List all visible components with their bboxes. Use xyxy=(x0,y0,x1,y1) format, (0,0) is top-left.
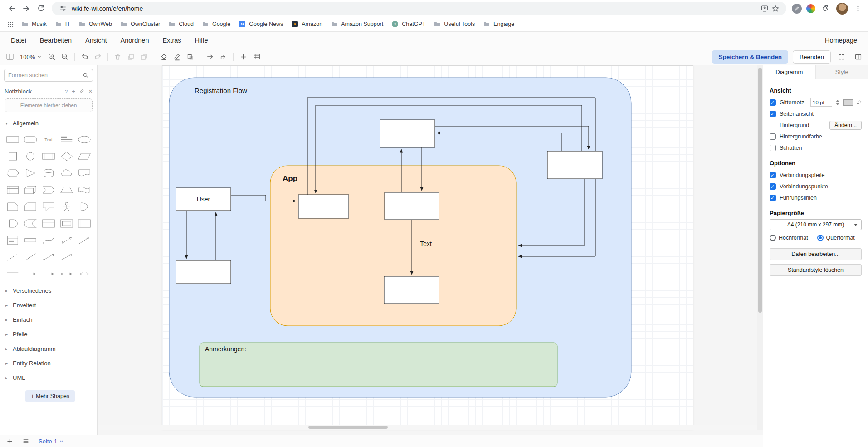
horizontal-scroll-thumb[interactable] xyxy=(308,426,388,429)
bookmark-item[interactable]: OwnCluster xyxy=(116,19,164,29)
bookmark-item[interactable]: Engaige xyxy=(479,19,518,29)
document-shape[interactable] xyxy=(75,165,93,182)
diagram-node-node-2[interactable] xyxy=(176,260,231,284)
connector-shape[interactable] xyxy=(75,265,93,282)
section-uml[interactable]: ▸UML xyxy=(0,370,97,385)
process-shape[interactable] xyxy=(39,148,58,165)
bidirectional-connector-shape[interactable] xyxy=(39,249,58,265)
format-panel-icon[interactable] xyxy=(852,51,864,63)
section-ablaufdiagramm[interactable]: ▸Ablaufdiagramm xyxy=(0,341,97,356)
cube-shape[interactable] xyxy=(22,182,40,198)
link-shape[interactable] xyxy=(4,265,22,282)
frame-shape[interactable] xyxy=(58,215,76,232)
address-bar[interactable]: wiki.fe-wi.com/e/en/home xyxy=(52,2,786,15)
search-icon[interactable] xyxy=(83,72,89,79)
homepage-link[interactable]: Homepage xyxy=(825,37,857,44)
bookmark-item[interactable]: OwnWeb xyxy=(74,19,116,29)
note-shape[interactable] xyxy=(4,198,22,215)
delete-icon[interactable] xyxy=(112,51,124,63)
text-shape[interactable]: Text xyxy=(39,131,58,148)
landscape-radio[interactable] xyxy=(817,235,824,241)
pages-list-icon[interactable] xyxy=(22,437,29,445)
more-shapes-button[interactable]: + Mehr Shapes xyxy=(25,390,75,402)
diamond-shape[interactable] xyxy=(58,148,76,165)
section-entity-relation[interactable]: ▸Entity Relation xyxy=(0,356,97,370)
reload-icon[interactable] xyxy=(34,1,48,16)
forward-icon[interactable] xyxy=(19,1,34,16)
background-color-checkbox[interactable] xyxy=(770,133,776,140)
tape-shape[interactable] xyxy=(75,182,93,198)
zoom-in-icon[interactable] xyxy=(45,51,58,63)
fill-color-icon[interactable] xyxy=(158,51,170,63)
back-icon[interactable] xyxy=(5,1,19,16)
container-shape[interactable] xyxy=(39,215,58,232)
menu-anordnen[interactable]: Anordnen xyxy=(121,37,149,44)
add-page-icon[interactable] xyxy=(6,438,13,445)
tab-diagramm[interactable]: Diagramm xyxy=(763,65,816,79)
zoom-dropdown[interactable]: 100% xyxy=(17,52,44,62)
page-view-checkbox[interactable] xyxy=(770,111,776,117)
ellipse-shape[interactable] xyxy=(75,131,93,148)
dashed-line-shape[interactable] xyxy=(4,249,22,265)
list-shape[interactable] xyxy=(4,232,22,249)
add-icon[interactable]: + xyxy=(72,88,75,95)
dashed-edge-shape[interactable] xyxy=(22,265,40,282)
edge-shape[interactable] xyxy=(39,265,58,282)
edit-data-button[interactable]: Daten bearbeiten... xyxy=(770,248,862,260)
menu-hilfe[interactable]: Hilfe xyxy=(195,37,208,44)
bring-to-front-icon[interactable] xyxy=(125,51,137,63)
waypoint-icon[interactable] xyxy=(217,51,229,63)
grid-size-stepper[interactable] xyxy=(836,100,839,105)
bookmark-item[interactable]: ✳ChatGPT xyxy=(387,19,429,29)
triangle-shape[interactable] xyxy=(22,165,40,182)
connection-points-checkbox[interactable] xyxy=(770,183,776,190)
heading-shape[interactable] xyxy=(58,131,76,148)
sidebar-toggle-icon[interactable] xyxy=(4,51,16,63)
canvas-horizontal-scrollbar[interactable] xyxy=(98,425,757,430)
bookmark-item[interactable]: Useful Tools xyxy=(429,19,479,29)
connection-icon[interactable] xyxy=(204,51,216,63)
portrait-radio[interactable] xyxy=(770,235,776,241)
paper-size-select[interactable]: A4 (210 mm x 297 mm) xyxy=(770,219,862,230)
bookmark-item[interactable]: IT xyxy=(51,19,74,29)
internal-storage-shape[interactable] xyxy=(4,182,22,198)
shape-search-input[interactable] xyxy=(8,72,83,79)
bidirectional-arrow-shape[interactable] xyxy=(58,232,76,249)
change-background-button[interactable]: Ändern... xyxy=(829,121,862,130)
bookmark-item[interactable]: GGoogle News xyxy=(234,19,287,29)
apps-grid-icon[interactable] xyxy=(5,18,16,30)
help-icon[interactable]: ? xyxy=(65,89,68,94)
square-shape[interactable] xyxy=(4,148,22,165)
menu-ansicht[interactable]: Ansicht xyxy=(85,37,107,44)
diagram-node-node-6[interactable] xyxy=(385,192,439,220)
line-shape[interactable] xyxy=(22,249,40,265)
site-info-icon[interactable] xyxy=(57,3,68,14)
rectangle-shape[interactable] xyxy=(4,131,22,148)
guides-checkbox[interactable] xyxy=(770,195,776,201)
shadow-checkbox[interactable] xyxy=(770,145,776,151)
menu-bearbeiten[interactable]: Bearbeiten xyxy=(40,37,72,44)
fullscreen-icon[interactable] xyxy=(835,51,848,63)
section-erweitert[interactable]: ▸Erweitert xyxy=(0,298,97,312)
bookmark-item[interactable]: Musik xyxy=(17,19,51,29)
cylinder-shape[interactable] xyxy=(39,165,58,182)
save-exit-button[interactable]: Speichern & Beenden xyxy=(712,50,788,64)
bookmark-item[interactable]: Cloud xyxy=(164,19,198,29)
browser-menu-icon[interactable] xyxy=(853,3,863,14)
url-text[interactable]: wiki.fe-wi.com/e/en/home xyxy=(72,5,759,12)
canvas-vertical-scrollbar[interactable] xyxy=(757,65,763,430)
close-icon[interactable]: ✕ xyxy=(88,88,93,94)
exit-button[interactable]: Beenden xyxy=(793,50,831,64)
section-allgemein[interactable]: ▾ Allgemein xyxy=(0,116,97,130)
curve-shape[interactable] xyxy=(39,232,58,249)
section-verschiedenes[interactable]: ▸Verschiedenes xyxy=(0,283,97,298)
diagram-node-node-7[interactable] xyxy=(384,276,439,304)
grid-color-swatch[interactable] xyxy=(843,99,853,106)
menu-datei[interactable]: Datei xyxy=(11,37,26,44)
card-shape[interactable] xyxy=(22,198,40,215)
diagram-notes[interactable] xyxy=(200,343,557,387)
insert-icon[interactable] xyxy=(237,51,249,63)
bookmark-item[interactable]: aAmazon xyxy=(287,19,327,29)
table-icon[interactable] xyxy=(250,51,263,63)
line-color-icon[interactable] xyxy=(171,51,183,63)
